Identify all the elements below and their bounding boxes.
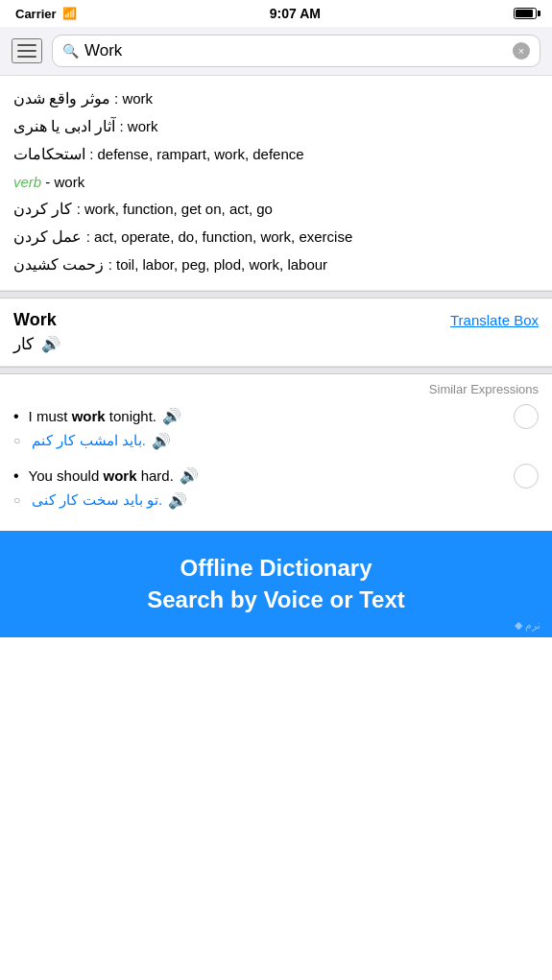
search-icon: 🔍 <box>62 43 79 59</box>
section-divider-1 <box>0 291 552 299</box>
select-button-2[interactable] <box>514 464 539 489</box>
expr-fa-text-1: .باید امشب کار کنم <box>32 432 146 449</box>
dict-row-3: استحکامات : defense, rampart, work, defe… <box>13 141 539 167</box>
translate-box-link[interactable]: Translate Box <box>450 312 539 328</box>
word-title: Work <box>13 310 57 330</box>
dict-row-4: کار کردن : work, function, get on, act, … <box>13 196 539 222</box>
speaker-icon: 🔊 <box>162 408 181 424</box>
bullet-2: • <box>13 467 19 485</box>
time-label: 9:07 AM <box>270 6 321 21</box>
expr-en-text-1: I must work tonight. <box>29 408 156 424</box>
dictionary-results: موثر واقع شدن : work آثار ادبی یا هنری :… <box>0 76 552 291</box>
dict-line-4: کار کردن : work, function, get on, act, … <box>13 196 539 222</box>
status-bar: Carrier 📶 9:07 AM <box>0 0 552 27</box>
dict-line-3: استحکامات : defense, rampart, work, defe… <box>13 141 539 167</box>
verb-line: verb - work <box>13 170 539 195</box>
dict-line-6: زحمت کشیدن : toil, labor, peg, plod, wor… <box>13 251 539 277</box>
banner-wrap: Offline Dictionary Search by Voice or Te… <box>0 531 552 637</box>
speaker-button-fa-2[interactable]: 🔊 <box>168 491 187 510</box>
speaker-icon: 🔊 <box>180 467 199 484</box>
small-bullet-1: ○ <box>13 434 20 447</box>
carrier-label: Carrier <box>15 7 57 21</box>
menu-button[interactable] <box>12 38 42 63</box>
expression-item-2: • You should work hard. 🔊 ○ .تو باید سخت… <box>13 464 539 510</box>
status-right <box>514 8 537 19</box>
select-button-1[interactable] <box>514 404 539 429</box>
status-left: Carrier 📶 <box>15 7 77 21</box>
word-card: Work Translate Box کار 🔊 <box>0 299 552 367</box>
similar-expressions: Similar Expressions • I must work tonigh… <box>0 374 552 531</box>
clear-button[interactable]: × <box>513 42 530 60</box>
expr-fa-text-2: .تو باید سخت کار کنی <box>32 491 162 509</box>
header: 🔍 × <box>0 27 552 76</box>
bullet-1: • <box>13 408 19 425</box>
blue-banner: Offline Dictionary Search by Voice or Te… <box>0 531 552 637</box>
speaker-button-word[interactable]: 🔊 <box>41 335 60 353</box>
speaker-icon: 🔊 <box>152 433 171 449</box>
speaker-button-expr-2[interactable]: 🔊 <box>180 466 199 485</box>
small-bullet-2: ○ <box>13 493 20 507</box>
word-translation: کار <box>13 334 34 354</box>
speaker-icon: 🔊 <box>41 336 60 352</box>
banner-line2: Search by Voice or Text <box>15 584 537 616</box>
expr-en-row-1: • I must work tonight. 🔊 <box>13 404 539 429</box>
word-card-header: Work Translate Box <box>13 310 539 330</box>
expr-fa-row-1: ○ .باید امشب کار کنم 🔊 <box>13 432 539 450</box>
dict-row-2: آثار ادبی یا هنری : work <box>13 113 539 139</box>
section-divider-2 <box>0 367 552 374</box>
banner-title: Offline Dictionary Search by Voice or Te… <box>15 552 537 616</box>
wifi-icon: 📶 <box>62 7 77 20</box>
battery-icon <box>514 8 537 19</box>
dict-line-5: عمل کردن : act, operate, do, function, w… <box>13 224 539 250</box>
search-input[interactable] <box>84 41 507 60</box>
word-translation-row: کار 🔊 <box>13 334 539 354</box>
expr-en-text-2: You should work hard. <box>29 467 174 484</box>
banner-line1: Offline Dictionary <box>15 552 537 585</box>
speaker-button-expr-1[interactable]: 🔊 <box>162 407 181 425</box>
dict-row-1: موثر واقع شدن : work <box>13 85 539 111</box>
search-box: 🔍 × <box>52 35 540 67</box>
speaker-button-fa-1[interactable]: 🔊 <box>152 432 171 450</box>
expr-fa-row-2: ○ .تو باید سخت کار کنی 🔊 <box>13 491 539 510</box>
dict-row-5: عمل کردن : act, operate, do, function, w… <box>13 224 539 250</box>
dict-row-6: زحمت کشیدن : toil, labor, peg, plod, wor… <box>13 251 539 277</box>
dict-line-2: آثار ادبی یا هنری : work <box>13 113 539 139</box>
dict-row-verb: verb - work <box>13 170 539 195</box>
expression-item-1: • I must work tonight. 🔊 ○ .باید امشب کا… <box>13 404 539 450</box>
speaker-icon: 🔊 <box>168 492 187 509</box>
banner-logo: ◆ نرم <box>515 619 540 632</box>
similar-header: Similar Expressions <box>13 382 539 396</box>
dict-line-1: موثر واقع شدن : work <box>13 85 539 111</box>
expr-en-row-2: • You should work hard. 🔊 <box>13 464 539 489</box>
